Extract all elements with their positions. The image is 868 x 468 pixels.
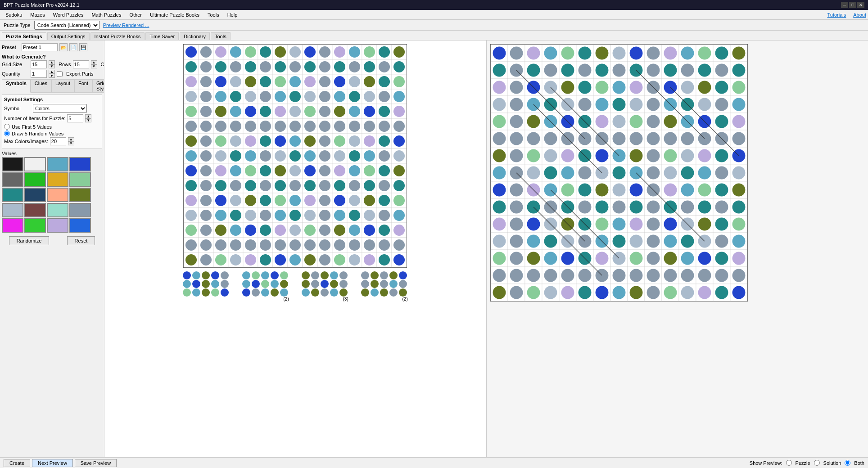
tab-time-saver[interactable]: Time Saver [145,32,179,40]
svg-point-184 [200,135,212,147]
num-items-input[interactable] [67,114,83,122]
svg-point-236 [364,150,375,162]
grid-size-down[interactable]: ▼ [49,64,55,68]
num-items-up[interactable]: ▲ [85,114,91,118]
tab-output-settings[interactable]: Output Settings [47,32,90,40]
tab-dictionary[interactable]: Dictionary [180,32,210,40]
grid-size-up[interactable]: ▲ [49,60,55,64]
svg-point-416 [364,239,375,251]
rows-up[interactable]: ▲ [91,60,97,64]
quantity-up[interactable]: ▲ [49,70,55,74]
title-bar-controls: ─ □ ✕ [841,2,864,8]
preset-input[interactable] [22,43,58,51]
quantity-down[interactable]: ▼ [49,74,55,78]
color-swatch-15[interactable] [69,203,91,217]
svg-point-94 [200,91,212,102]
solution-radio[interactable] [814,460,820,466]
show-preview-area: Show Preview: Puzzle Solution Both [750,460,864,466]
color-swatch-8[interactable] [2,188,23,202]
maximize-button[interactable]: □ [849,2,856,8]
color-swatch-6[interactable] [47,172,68,187]
grid-size-input[interactable] [31,60,47,68]
both-radio[interactable] [845,460,850,466]
color-swatch-10[interactable] [47,188,68,202]
svg-point-234 [349,150,360,162]
menu-help[interactable]: Help [224,11,241,18]
color-swatch-0[interactable] [2,157,23,171]
svg-point-66 [215,76,226,87]
svg-point-489 [544,64,557,77]
preset-new-button[interactable]: 📄 [69,43,77,51]
color-swatch-16[interactable] [2,218,23,233]
sub-tab-symbols[interactable]: Symbols [2,79,31,93]
num-items-down[interactable]: ▼ [85,118,91,122]
svg-point-118 [379,91,390,102]
color-swatch-17[interactable] [24,218,46,233]
svg-point-146 [364,106,375,117]
randomize-button[interactable]: Randomize [9,236,50,245]
max-colors-up[interactable]: ▲ [68,137,74,141]
preview-rendered-button[interactable]: Preview Rendered ... [103,22,149,28]
menu-ultimate-puzzle-books[interactable]: Ultimate Puzzle Books [146,11,203,18]
svg-point-62 [185,76,197,87]
menu-sudoku[interactable]: Sudoku [2,11,26,18]
color-swatch-1[interactable] [24,157,46,171]
color-swatch-9[interactable] [24,188,46,202]
color-swatch-11[interactable] [69,188,91,202]
color-swatch-18[interactable] [47,218,68,233]
color-swatch-12[interactable] [2,203,23,217]
svg-point-328 [379,195,390,206]
color-swatch-13[interactable] [24,203,46,217]
svg-point-703 [578,184,591,197]
export-parts-checkbox[interactable] [57,71,63,77]
puzzle-radio[interactable] [786,460,792,466]
menu-math-puzzles[interactable]: Math Puzzles [88,11,125,18]
color-swatch-3[interactable] [69,157,91,171]
color-swatch-5[interactable] [24,172,46,187]
quantity-input[interactable] [31,70,47,78]
max-colors-down[interactable]: ▼ [68,141,74,145]
color-swatch-4[interactable] [2,172,23,187]
tab-instant-puzzle-books[interactable]: Instant Puzzle Books [90,32,145,40]
svg-point-617 [612,132,625,145]
puzzle-type-select[interactable]: Code Search (Licensed) [34,21,99,30]
next-preview-button[interactable]: Next Preview [32,459,73,467]
max-colors-input[interactable] [50,137,66,145]
save-preview-button[interactable]: Save Preview [75,459,117,467]
svg-point-735 [595,201,608,214]
sub-tab-layout[interactable]: Layout [51,79,74,93]
minimize-button[interactable]: ─ [841,2,848,8]
about-link[interactable]: About [853,12,866,18]
svg-point-695 [510,184,523,197]
menu-mazes[interactable]: Mazes [27,11,48,18]
rows-down[interactable]: ▼ [91,64,97,68]
sub-tab-clues[interactable]: Clues [31,79,51,93]
reset-button[interactable]: Reset [67,236,95,245]
symbol-select[interactable]: Colors [33,104,87,113]
menu-tools[interactable]: Tools [204,11,223,18]
sub-tab-font[interactable]: Font [74,79,92,93]
use-first5-radio[interactable] [4,124,10,130]
rows-input[interactable] [73,60,89,68]
color-swatch-14[interactable] [47,203,68,217]
svg-point-461 [561,47,574,60]
menu-word-puzzles[interactable]: Word Puzzles [50,11,87,18]
svg-point-308 [230,195,241,206]
tab-puzzle-settings[interactable]: Puzzle Settings [2,32,46,40]
preset-save-button[interactable]: 💾 [79,43,87,51]
svg-point-877 [527,286,540,299]
svg-point-384 [349,225,360,236]
preset-load-button[interactable]: 📂 [59,43,68,51]
svg-point-757 [527,218,540,231]
color-swatch-7[interactable] [69,172,91,187]
svg-point-725 [510,201,523,214]
color-swatch-2[interactable] [47,157,68,171]
sub-tab-grid-styling[interactable]: Grid Styling [92,79,104,93]
tutorials-link[interactable]: Tutorials [827,12,846,18]
close-button[interactable]: ✕ [857,2,864,8]
tab-tools[interactable]: Tools [211,32,231,40]
color-swatch-19[interactable] [69,218,91,233]
create-button[interactable]: Create [4,459,30,467]
menu-other[interactable]: Other [126,11,145,18]
draw5random-radio[interactable] [4,130,10,136]
